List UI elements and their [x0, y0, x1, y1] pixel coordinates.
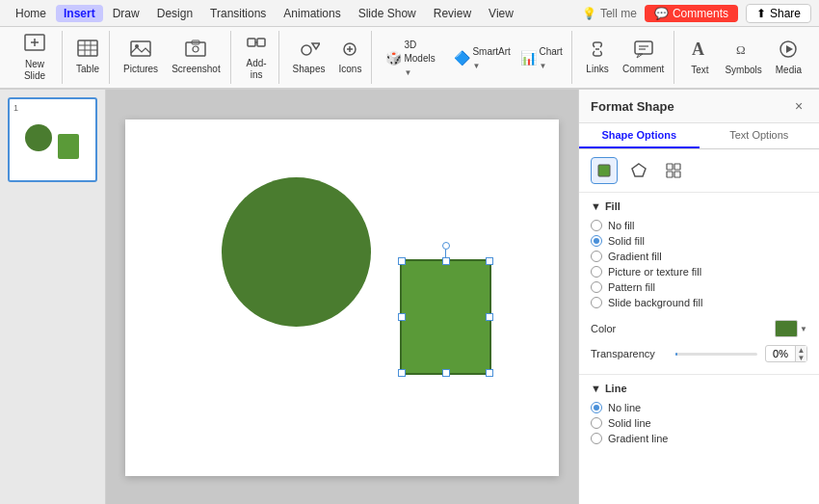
screenshot-button[interactable]: Screenshot — [166, 36, 226, 79]
shape-pentagon-icon — [631, 163, 647, 178]
media-label: Media — [776, 65, 802, 76]
slide-canvas[interactable] — [125, 119, 559, 476]
text-label: Text — [691, 65, 708, 76]
radio-solidline[interactable] — [591, 417, 602, 429]
gradientfill-label: Gradient fill — [608, 251, 662, 262]
pictures-button[interactable]: Pictures — [118, 36, 164, 79]
toolbar-group-links: Links Comment — [576, 31, 674, 84]
media-button[interactable]: Media — [770, 35, 807, 80]
menu-animations[interactable]: Animations — [276, 5, 348, 22]
color-swatch[interactable] — [775, 320, 798, 337]
comments-button[interactable]: 💬 Comments — [645, 5, 738, 22]
tab-text-options[interactable]: Text Options — [700, 123, 820, 148]
screenshot-icon — [185, 40, 206, 62]
transparency-value[interactable]: 0% — [766, 347, 795, 360]
menu-home[interactable]: Home — [8, 5, 54, 22]
selection-handle-top-middle[interactable] — [442, 257, 450, 265]
fill-section-arrow: ▼ — [591, 200, 601, 212]
comment-button[interactable]: Comment — [617, 36, 670, 79]
selection-handle-bottom-right[interactable] — [486, 369, 493, 377]
search-label[interactable]: Tell me — [600, 7, 637, 20]
chart-button[interactable]: 📊 Chart ▼ — [515, 40, 568, 75]
svg-marker-29 — [786, 45, 793, 53]
fill-effects-icon-btn[interactable] — [591, 157, 618, 184]
close-panel-button[interactable]: × — [790, 97, 807, 115]
menu-transitions[interactable]: Transitions — [202, 5, 274, 22]
fill-option-nofill[interactable]: No fill — [591, 218, 807, 233]
line-section-header[interactable]: ▼ Line — [591, 383, 807, 394]
nofill-label: No fill — [608, 220, 635, 231]
menu-slideshow[interactable]: Slide Show — [351, 5, 424, 22]
radio-nofill[interactable] — [591, 220, 602, 231]
icons-button[interactable]: Icons — [332, 36, 367, 79]
color-dropdown-arrow[interactable]: ▼ — [800, 325, 807, 333]
radio-picturefill[interactable] — [591, 266, 602, 278]
table-button[interactable]: Table — [70, 36, 105, 79]
line-option-noline[interactable]: No line — [591, 400, 807, 415]
menu-review[interactable]: Review — [426, 5, 479, 22]
share-icon: ⬆ — [756, 7, 766, 20]
radio-solidfill[interactable] — [591, 235, 602, 247]
menu-design[interactable]: Design — [149, 5, 200, 22]
color-row: Color ▼ — [591, 316, 807, 341]
tab-shape-options[interactable]: Shape Options — [579, 123, 700, 148]
selection-handle-top-right[interactable] — [486, 257, 493, 265]
fill-option-slidebg[interactable]: Slide background fill — [591, 295, 807, 310]
slide-thumbnail-1[interactable]: 1 — [8, 97, 97, 182]
fill-section-label: Fill — [605, 200, 621, 212]
3d-models-button[interactable]: 🎲 3D Models ▼ — [380, 34, 449, 82]
menu-right-area: 💡 Tell me 💬 Comments ⬆ Share — [582, 4, 811, 23]
selection-handle-bottom-left[interactable] — [398, 369, 406, 377]
transparency-slider[interactable] — [675, 353, 757, 356]
radio-slidebgfill[interactable] — [591, 297, 602, 308]
line-section-arrow: ▼ — [591, 383, 601, 394]
line-option-solid[interactable]: Solid line — [591, 415, 807, 431]
radio-noline[interactable] — [591, 402, 602, 413]
transparency-value-box: 0% ▲ ▼ — [765, 345, 807, 362]
svg-rect-13 — [248, 39, 255, 46]
selection-handle-middle-left[interactable] — [398, 313, 406, 321]
icons-label: Icons — [339, 64, 362, 75]
links-button[interactable]: Links — [580, 36, 615, 79]
selection-handle-bottom-middle[interactable] — [442, 369, 450, 377]
menu-draw[interactable]: Draw — [105, 5, 147, 22]
slide-number: 1 — [13, 103, 92, 113]
fill-section-header[interactable]: ▼ Fill — [591, 200, 807, 212]
addins-icon — [246, 34, 267, 56]
shape-icon-btn[interactable] — [625, 157, 652, 184]
fill-option-gradient[interactable]: Gradient fill — [591, 249, 807, 264]
fill-option-pattern[interactable]: Pattern fill — [591, 279, 807, 295]
menu-insert[interactable]: Insert — [56, 5, 103, 22]
color-dropdown[interactable]: ▼ — [775, 320, 807, 337]
smartart-icon: 🔷 — [454, 51, 470, 65]
shapes-button[interactable]: Shapes — [287, 36, 331, 79]
search-area: 💡 Tell me — [582, 7, 637, 20]
color-label: Color — [591, 323, 616, 334]
transparency-stepper: ▲ ▼ — [795, 346, 806, 361]
fill-option-picture[interactable]: Picture or texture fill — [591, 264, 807, 279]
smartart-button[interactable]: 🔷 SmartArt ▼ — [451, 40, 514, 75]
panel-tabs: Shape Options Text Options — [579, 123, 819, 149]
effects-icon-btn[interactable] — [660, 157, 687, 184]
transparency-decrement-btn[interactable]: ▼ — [795, 354, 806, 361]
selection-handle-middle-right[interactable] — [486, 313, 493, 321]
text-button[interactable]: A Text — [682, 35, 717, 80]
menu-view[interactable]: View — [481, 5, 521, 22]
symbols-button[interactable]: Ω Symbols — [719, 35, 767, 80]
line-option-gradient[interactable]: Gradient line — [591, 431, 807, 446]
screenshot-label: Screenshot — [172, 64, 221, 75]
slide-panel: 1 — [0, 90, 106, 504]
circle-shape[interactable] — [222, 177, 371, 327]
addins-button[interactable]: Add-ins — [239, 30, 275, 85]
fill-option-solid[interactable]: Solid fill — [591, 233, 807, 249]
radio-patternfill[interactable] — [591, 281, 602, 293]
selection-handle-top-left[interactable] — [398, 257, 406, 265]
new-slide-button[interactable]: New Slide — [12, 29, 58, 86]
new-slide-icon — [23, 33, 46, 57]
rectangle-shape[interactable] — [400, 259, 491, 375]
radio-gradientfill[interactable] — [591, 251, 602, 262]
share-button[interactable]: ⬆ Share — [746, 4, 811, 23]
lightbulb-icon: 💡 — [582, 7, 596, 20]
rotate-handle[interactable] — [442, 242, 450, 250]
radio-gradientline[interactable] — [591, 433, 602, 444]
